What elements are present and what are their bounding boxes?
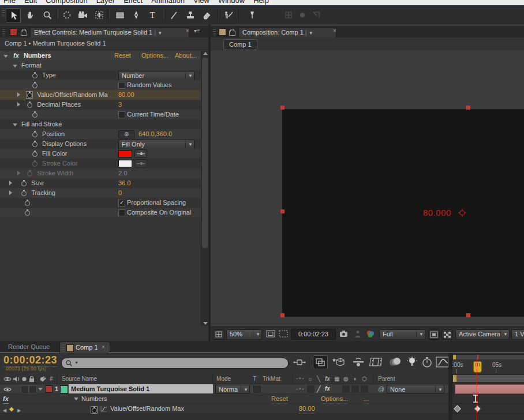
tab-gripper[interactable]: [62, 344, 65, 352]
keyframe-diamond-selected[interactable]: [474, 405, 481, 412]
parent-dropdown[interactable]: None ▼: [387, 385, 444, 394]
blend-mode-dropdown[interactable]: Norma ▼: [215, 385, 250, 394]
type-dropdown[interactable]: Number ▼: [118, 71, 194, 81]
column-separator[interactable]: [292, 374, 293, 384]
expand-icon[interactable]: [9, 181, 12, 185]
camera-tool[interactable]: [76, 8, 90, 22]
auto-keyframe-icon[interactable]: [421, 357, 433, 368]
track-area-divider[interactable]: [448, 353, 452, 420]
position-crosshair-button[interactable]: ⊕: [118, 130, 134, 138]
brainstorm-icon[interactable]: [406, 356, 418, 368]
decimal-places-value[interactable]: 3: [118, 100, 122, 110]
view-axis-mode-icon[interactable]: [309, 8, 323, 22]
lock-icon[interactable]: [21, 31, 27, 36]
t-column-header[interactable]: T: [253, 374, 256, 384]
navigator-start-handle[interactable]: [453, 355, 456, 359]
fill-color-eyedropper-icon[interactable]: [134, 149, 147, 158]
collapse-fill-stroke-icon[interactable]: [13, 123, 17, 126]
close-icon[interactable]: ×: [186, 28, 189, 34]
keyframe-diamond[interactable]: [454, 405, 461, 412]
timeline-search-input[interactable]: ▼: [61, 358, 289, 369]
zoom-dropdown[interactable]: 50% ▼: [226, 329, 262, 340]
eraser-tool[interactable]: [200, 8, 214, 22]
menu-edit[interactable]: Edit: [24, 0, 37, 5]
effect-control-point-icon[interactable]: [458, 208, 467, 217]
previous-keyframe-icon[interactable]: ◀: [3, 406, 6, 415]
parent-column-header[interactable]: Parent: [378, 374, 395, 384]
camera-view-dropdown[interactable]: Active Camera ▼: [455, 329, 510, 340]
expand-icon[interactable]: [17, 171, 20, 175]
stopwatch-icon[interactable]: [21, 180, 27, 186]
stroke-color-swatch[interactable]: [118, 160, 132, 167]
fill-color-swatch[interactable]: [118, 150, 132, 158]
panel-gripper[interactable]: [2, 28, 5, 36]
solo-toggle[interactable]: [29, 385, 37, 393]
pan-behind-tool[interactable]: [92, 8, 106, 22]
close-icon[interactable]: ×: [333, 28, 336, 34]
layer-row[interactable]: 1 Medium Turquoise Solid 1 Norma ▼ -⚬- ╱…: [0, 384, 452, 394]
composite-checkbox[interactable]: [118, 209, 125, 216]
effect-row-track[interactable]: [452, 394, 524, 404]
audio-toggle[interactable]: [21, 385, 29, 393]
frame-blending-icon[interactable]: [369, 356, 383, 369]
work-area-bar[interactable]: [452, 374, 524, 382]
graph-editor-icon[interactable]: [436, 356, 450, 369]
hand-tool[interactable]: [23, 8, 37, 22]
world-axis-mode-icon[interactable]: [295, 8, 309, 22]
column-separator[interactable]: [373, 374, 373, 384]
stopwatch-icon[interactable]: [27, 170, 32, 177]
layer-handle-bottom-center[interactable]: [466, 313, 470, 317]
shy-layers-icon[interactable]: [352, 357, 365, 368]
current-time-display[interactable]: 0:00:02:23: [3, 354, 57, 367]
options-link[interactable]: Options...: [141, 51, 169, 61]
region-of-interest-icon[interactable]: [278, 329, 289, 339]
selection-tool[interactable]: [6, 8, 21, 23]
scroll-up-icon[interactable]: [203, 52, 208, 55]
effects-toggle[interactable]: fx: [325, 384, 330, 393]
stopwatch-icon[interactable]: [32, 111, 38, 118]
target-region-icon[interactable]: [428, 329, 440, 340]
property-row[interactable]: ◀ ◆ ▶ Value/Offset/Random Max 80.00: [0, 404, 452, 414]
stopwatch-icon[interactable]: [32, 72, 38, 78]
threed-toggle[interactable]: [360, 385, 369, 393]
viewer-timecode[interactable]: 0:00:02:23: [291, 329, 336, 340]
stopwatch-active-icon[interactable]: [27, 92, 32, 98]
pen-tool[interactable]: [129, 8, 143, 22]
close-icon[interactable]: ×: [102, 344, 105, 350]
add-keyframe-icon[interactable]: ◆: [9, 404, 14, 414]
current-time-checkbox[interactable]: [118, 111, 125, 118]
composition-tab[interactable]: Composition: Comp 1 | ▼: [238, 27, 336, 38]
parent-pickwhip-icon[interactable]: @: [378, 384, 384, 393]
source-name-column-header[interactable]: Source Name: [62, 374, 97, 384]
track-area[interactable]: 0:00s 05s: [452, 353, 524, 420]
random-values-checkbox[interactable]: [118, 82, 125, 89]
effect-controls-tab[interactable]: Effect Controls: Medium Turquoise Solid …: [30, 27, 189, 38]
render-queue-tab[interactable]: Render Queue: [8, 343, 50, 350]
roto-brush-tool[interactable]: [222, 8, 235, 22]
scrollbar-thumb[interactable]: [202, 58, 208, 248]
time-ruler[interactable]: 0:00s 05s: [452, 359, 524, 374]
layer-handle-mid-left[interactable]: [280, 209, 285, 213]
shy-toggle[interactable]: -⚬-: [296, 384, 304, 393]
channels-icon[interactable]: [365, 329, 376, 339]
layer-thumbnail-swatch[interactable]: [60, 385, 68, 393]
comp-1-viewer-tab[interactable]: Comp 1: [223, 39, 257, 50]
stopwatch-icon[interactable]: [24, 200, 30, 206]
stopwatch-icon[interactable]: [27, 102, 32, 108]
clone-stamp-tool[interactable]: [184, 8, 197, 22]
snapshot-icon[interactable]: [339, 329, 349, 339]
rectangle-tool[interactable]: [113, 8, 127, 22]
composition-frame[interactable]: [282, 109, 524, 317]
layer-duration-bar[interactable]: [455, 384, 524, 394]
stopwatch-icon[interactable]: [32, 151, 38, 157]
effect-group-row[interactable]: fx Numbers Reset Options... ...: [0, 394, 452, 404]
trkmat-column-header[interactable]: TrkMat: [263, 374, 280, 384]
next-keyframe-icon[interactable]: ▶: [17, 406, 21, 415]
mode-column-header[interactable]: Mode: [216, 374, 231, 384]
safe-margins-icon[interactable]: [265, 329, 276, 339]
collapse-toggle[interactable]: [306, 385, 315, 393]
timeline-reset-link[interactable]: Reset: [271, 394, 288, 404]
menu-help[interactable]: Help: [253, 0, 269, 5]
local-axis-mode-icon[interactable]: [282, 8, 295, 22]
expand-icon[interactable]: [17, 102, 20, 107]
